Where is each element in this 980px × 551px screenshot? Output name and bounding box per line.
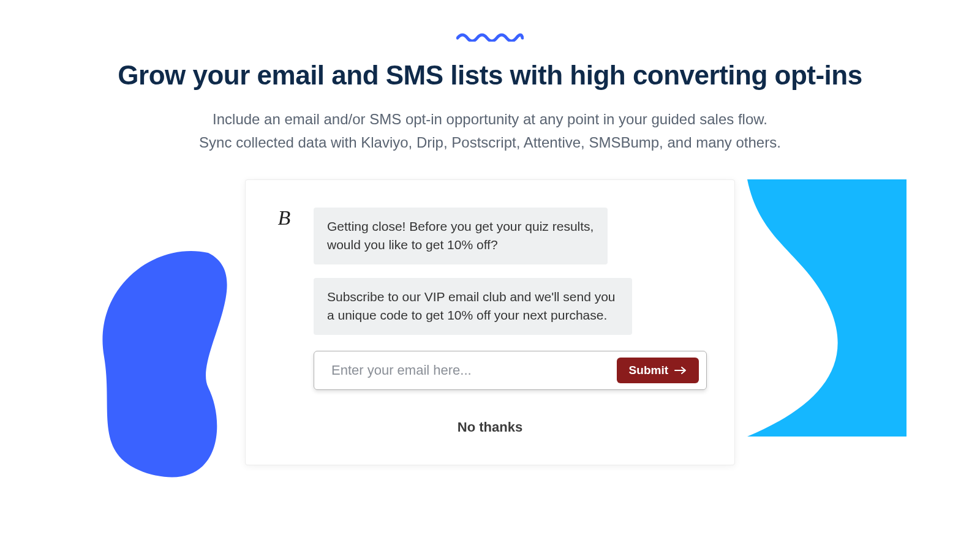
blob-left-decoration [86,247,270,479]
no-thanks-link[interactable]: No thanks [273,419,707,435]
submit-button-label: Submit [629,364,668,377]
chat-row: B Getting close! Before you get your qui… [273,208,707,335]
submit-button[interactable]: Submit [617,358,699,383]
avatar-initial: B [273,208,295,228]
email-input[interactable] [331,362,617,378]
subtext-line-1: Include an email and/or SMS opt-in oppor… [213,111,767,127]
page-subtext: Include an email and/or SMS opt-in oppor… [153,108,827,155]
arrow-right-icon [674,366,687,375]
optin-card: B Getting close! Before you get your qui… [245,179,735,465]
squiggle-icon [456,31,524,42]
chat-bubble-2: Subscribe to our VIP email club and we'l… [314,278,632,335]
email-input-group: Submit [314,351,707,390]
chat-bubble-1: Getting close! Before you get your quiz … [314,208,608,264]
chat-bubbles: Getting close! Before you get your quiz … [314,208,707,335]
page-heading: Grow your email and SMS lists with high … [0,60,980,91]
subtext-line-2: Sync collected data with Klaviyo, Drip, … [199,134,781,151]
blob-right-decoration [747,179,907,437]
demo-stage: B Getting close! Before you get your qui… [0,179,980,465]
